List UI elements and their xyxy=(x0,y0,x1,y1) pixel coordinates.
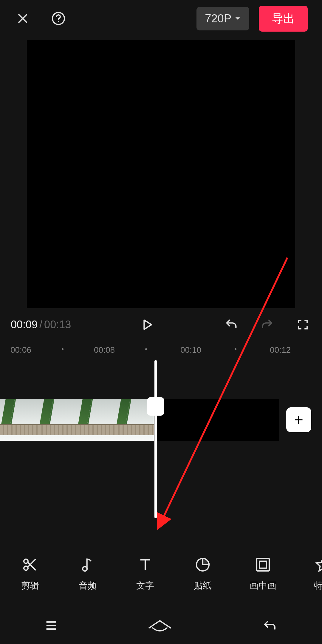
ruler-dot xyxy=(235,348,236,350)
ruler-tick: 00:08 xyxy=(94,345,115,355)
top-bar: 720P 导出 xyxy=(0,0,322,37)
tool-sticker[interactable]: 贴纸 xyxy=(192,555,214,592)
star-icon xyxy=(313,555,322,574)
close-icon[interactable] xyxy=(14,10,31,27)
tool-label: 贴纸 xyxy=(194,580,212,592)
tool-label: 音频 xyxy=(79,580,97,592)
timeline[interactable]: + xyxy=(0,360,322,479)
sticker-icon xyxy=(193,555,212,574)
undo-icon[interactable] xyxy=(223,316,240,333)
tool-label: 剪辑 xyxy=(21,580,39,592)
system-navbar xyxy=(0,608,322,644)
tool-text[interactable]: 文字 xyxy=(134,555,156,592)
music-note-icon xyxy=(78,555,97,574)
tool-audio[interactable]: 音频 xyxy=(77,555,98,592)
time-current: 00:09 xyxy=(11,318,38,331)
ruler-dot xyxy=(62,348,64,350)
playhead-handle[interactable] xyxy=(147,397,164,416)
chevron-down-icon xyxy=(234,15,241,22)
add-clip-button[interactable]: + xyxy=(286,407,311,432)
tool-fx[interactable]: 特效 xyxy=(312,555,322,592)
time-separator: / xyxy=(39,318,42,331)
black-clip[interactable] xyxy=(154,399,279,441)
timeline-ruler[interactable]: 00:06 00:08 00:10 00:12 xyxy=(0,341,322,360)
resolution-label: 720P xyxy=(205,12,231,25)
playhead[interactable] xyxy=(154,360,157,518)
ruler-tick: 00:12 xyxy=(270,345,291,355)
fullscreen-icon[interactable] xyxy=(295,316,311,333)
ruler-tick: 00:06 xyxy=(10,345,31,355)
tool-label: 特效 xyxy=(314,580,322,592)
text-icon xyxy=(136,555,155,574)
ruler-tick: 00:10 xyxy=(180,345,201,355)
add-clip-label: + xyxy=(294,411,303,429)
export-label: 导出 xyxy=(272,12,295,25)
scissors-icon xyxy=(21,555,40,574)
bottom-toolbar: 剪辑 音频 文字 贴纸 画中画 特效 xyxy=(0,548,322,599)
nav-menu-icon[interactable] xyxy=(43,617,60,635)
time-total: 00:13 xyxy=(44,318,71,331)
pip-icon xyxy=(253,555,273,574)
redo-icon xyxy=(259,316,275,333)
tool-label: 画中画 xyxy=(250,580,276,592)
svg-point-1 xyxy=(58,21,59,22)
resolution-button[interactable]: 720P xyxy=(196,7,249,30)
nav-back-icon[interactable] xyxy=(260,618,279,634)
playback-bar: 00:09 / 00:13 xyxy=(0,308,322,341)
video-clip[interactable] xyxy=(0,399,154,441)
tool-pip[interactable]: 画中画 xyxy=(250,555,276,592)
nav-home-icon[interactable] xyxy=(145,618,174,634)
tool-label: 文字 xyxy=(136,580,154,592)
svg-rect-7 xyxy=(257,558,269,571)
help-icon[interactable] xyxy=(50,10,67,27)
ruler-dot xyxy=(145,348,147,350)
video-preview[interactable] xyxy=(27,40,295,308)
svg-rect-8 xyxy=(259,561,266,568)
play-icon[interactable] xyxy=(139,316,155,333)
export-button[interactable]: 导出 xyxy=(259,6,308,32)
tool-edit[interactable]: 剪辑 xyxy=(19,555,41,592)
